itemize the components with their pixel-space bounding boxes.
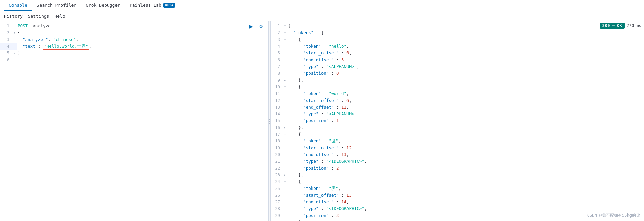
code-line-1: 1 POST _analyze bbox=[0, 23, 268, 29]
line-fold-2[interactable]: ▾ bbox=[12, 29, 17, 36]
r-line-12: 12 "start_offset" : 6, bbox=[271, 97, 644, 104]
r-line-4: 4 "token" : "hello", bbox=[271, 43, 644, 50]
r-content-13: "end_offset" : 11, bbox=[287, 104, 644, 111]
r-line-5: 5 "start_offset" : 0, bbox=[271, 50, 644, 57]
r-fold-1[interactable]: ▾ bbox=[283, 23, 287, 29]
r-line-10: 10 ▾ { bbox=[271, 84, 644, 90]
r-content-3: { bbox=[287, 36, 644, 43]
help-button[interactable]: Help bbox=[54, 14, 65, 19]
r-fold-24[interactable]: ▾ bbox=[283, 178, 287, 185]
r-content-20: "end_offset" : 13, bbox=[287, 151, 644, 158]
r-line-3: 3 ▾ { bbox=[271, 36, 644, 43]
r-line-9: 9 ▸ }, bbox=[271, 77, 644, 84]
line-num-3: 3 bbox=[0, 36, 12, 43]
r-num-30: 30 bbox=[271, 219, 283, 221]
r-content-21: "type" : "<IDEOGRAPHIC>", bbox=[287, 158, 644, 165]
r-content-10: { bbox=[287, 84, 644, 90]
left-pane: ▶ ⚙ 1 POST _analyze 2 ▾ { 3 "analyzer": … bbox=[0, 21, 268, 221]
r-content-24: { bbox=[287, 178, 644, 185]
r-num-19: 19 bbox=[271, 145, 283, 151]
r-num-9: 9 bbox=[271, 77, 283, 84]
left-code-editor[interactable]: 1 POST _analyze 2 ▾ { 3 "analyzer": "chi… bbox=[0, 21, 268, 221]
r-content-18: "token" : "世", bbox=[287, 138, 644, 145]
r-content-25: "token" : "界", bbox=[287, 185, 644, 192]
r-fold-3[interactable]: ▾ bbox=[283, 36, 287, 43]
r-content-23: }, bbox=[287, 172, 644, 178]
wrench-button[interactable]: ⚙ bbox=[257, 23, 265, 30]
r-content-28: "type" : "<IDEOGRAPHIC>", bbox=[287, 205, 644, 212]
r-fold-17[interactable]: ▾ bbox=[283, 131, 287, 138]
r-line-17: 17 ▾ { bbox=[271, 131, 644, 138]
line-content-2: { bbox=[17, 29, 268, 36]
code-line-4: 4 "text": "Hello,world,世界", bbox=[0, 43, 268, 50]
settings-button[interactable]: Settings bbox=[28, 14, 49, 19]
r-num-2: 2 bbox=[271, 29, 283, 36]
r-num-27: 27 bbox=[271, 199, 283, 205]
r-fold-10[interactable]: ▾ bbox=[283, 84, 287, 90]
r-content-12: "start_offset" : 6, bbox=[287, 97, 644, 104]
r-content-14: "type" : "<ALPHANUM>", bbox=[287, 111, 644, 117]
left-pane-actions: ▶ ⚙ bbox=[247, 23, 265, 30]
r-content-1: { bbox=[287, 23, 644, 29]
watermark: CSDN @我不配拥有55kg的你 bbox=[587, 213, 640, 218]
r-num-25: 25 bbox=[271, 185, 283, 192]
r-line-22: 22 "position" : 2 bbox=[271, 165, 644, 172]
r-num-28: 28 bbox=[271, 205, 283, 212]
r-num-10: 10 bbox=[271, 84, 283, 90]
r-num-29: 29 bbox=[271, 212, 283, 219]
r-num-17: 17 bbox=[271, 131, 283, 138]
toolbar: History Settings Help bbox=[0, 11, 644, 21]
right-code-editor: 1 ▾ { 2 ▾ "tokens" : [ 3 ▾ { 4 "toke bbox=[271, 21, 644, 221]
tab-console[interactable]: Console bbox=[4, 0, 32, 11]
line-content-5: } bbox=[17, 50, 268, 57]
code-line-6: 6 bbox=[0, 57, 268, 63]
tab-painless-lab[interactable]: Painless Lab BETA bbox=[125, 0, 180, 11]
r-content-30: } bbox=[287, 219, 644, 221]
r-num-16: 16 bbox=[271, 124, 283, 131]
r-content-17: { bbox=[287, 131, 644, 138]
code-line-2: 2 ▾ { bbox=[0, 29, 268, 36]
line-content-1: POST _analyze bbox=[17, 23, 268, 29]
r-fold-23[interactable]: ▸ bbox=[283, 172, 287, 178]
r-num-22: 22 bbox=[271, 165, 283, 172]
history-button[interactable]: History bbox=[4, 14, 23, 19]
r-num-21: 21 bbox=[271, 158, 283, 165]
line-num-4: 4 bbox=[0, 43, 12, 50]
r-line-11: 11 "token" : "world", bbox=[271, 90, 644, 97]
r-line-18: 18 "token" : "世", bbox=[271, 138, 644, 145]
r-num-3: 3 bbox=[271, 36, 283, 43]
line-fold-5[interactable]: ▸ bbox=[12, 50, 17, 57]
tab-grok-debugger[interactable]: Grok Debugger bbox=[81, 0, 125, 11]
status-time: 270 ms bbox=[627, 23, 641, 28]
r-num-4: 4 bbox=[271, 43, 283, 50]
run-button[interactable]: ▶ bbox=[247, 23, 255, 30]
r-content-11: "token" : "world", bbox=[287, 90, 644, 97]
r-num-24: 24 bbox=[271, 178, 283, 185]
r-content-15: "position" : 1 bbox=[287, 117, 644, 124]
r-content-22: "position" : 2 bbox=[287, 165, 644, 172]
r-num-14: 14 bbox=[271, 111, 283, 117]
r-line-26: 26 "start_offset" : 13, bbox=[271, 192, 644, 199]
line-content-4: "text": "Hello,world,世界", bbox=[17, 43, 268, 50]
r-num-6: 6 bbox=[271, 57, 283, 63]
tab-search-profiler[interactable]: Search Profiler bbox=[32, 0, 81, 11]
r-fold-30[interactable]: ▸ bbox=[283, 219, 287, 221]
r-line-13: 13 "end_offset" : 11, bbox=[271, 104, 644, 111]
r-content-27: "end_offset" : 14, bbox=[287, 199, 644, 205]
r-line-30: 30 ▸ } bbox=[271, 219, 644, 221]
right-pane: 200 – OK 270 ms 1 ▾ { 2 ▾ "tokens" : [ 3… bbox=[271, 21, 644, 221]
r-num-23: 23 bbox=[271, 172, 283, 178]
r-num-20: 20 bbox=[271, 151, 283, 158]
r-fold-9[interactable]: ▸ bbox=[283, 77, 287, 84]
r-content-2: "tokens" : [ bbox=[287, 29, 644, 36]
r-fold-16[interactable]: ▸ bbox=[283, 124, 287, 131]
r-fold-2[interactable]: ▾ bbox=[283, 29, 287, 36]
r-line-24: 24 ▾ { bbox=[271, 178, 644, 185]
r-content-26: "start_offset" : 13, bbox=[287, 192, 644, 199]
r-line-20: 20 "end_offset" : 13, bbox=[271, 151, 644, 158]
r-num-8: 8 bbox=[271, 70, 283, 77]
main-content: ▶ ⚙ 1 POST _analyze 2 ▾ { 3 "analyzer": … bbox=[0, 21, 644, 221]
r-content-16: }, bbox=[287, 124, 644, 131]
r-content-5: "start_offset" : 0, bbox=[287, 50, 644, 57]
r-line-28: 28 "type" : "<IDEOGRAPHIC>", bbox=[271, 205, 644, 212]
